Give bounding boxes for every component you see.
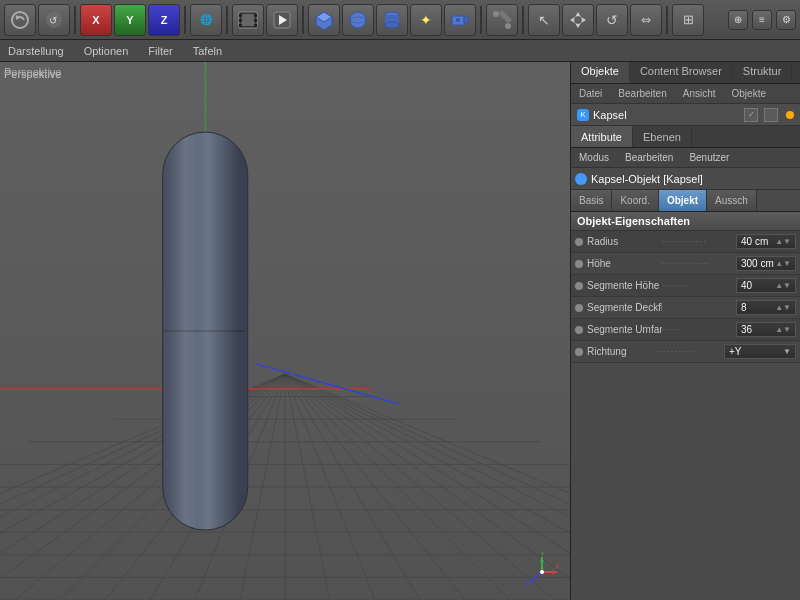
tab-objekt[interactable]: Objekt [659,190,707,211]
prop-dot-4 [575,326,583,334]
prop-label-1: Höhe [587,258,662,269]
level-icon[interactable]: ≡ [752,10,772,30]
kapsel-color-dot [786,111,794,119]
prop-label-0: Radius [587,236,662,247]
kapsel-render-check[interactable] [764,108,778,122]
prop-value-0[interactable]: 40 cm▲▼ [736,234,796,249]
submenu-benutzer[interactable]: Benutzer [685,151,733,164]
svg-point-16 [350,12,366,28]
svg-point-20 [385,22,399,28]
kapsel-row: K Kapsel ✓ [571,104,800,126]
submenu-modus[interactable]: Modus [575,151,613,164]
prop-value-5[interactable]: +Y▼ [724,344,796,359]
prop-row-5: Richtung···········+Y▼ [571,341,800,363]
light-btn[interactable]: ✦ [410,4,442,36]
prop-row-1: Höhe·············300 cm▲▼ [571,253,800,275]
kapsel-visibility-check[interactable]: ✓ [744,108,758,122]
prop-dots-1: ············· [662,258,737,269]
panel-menu-objekte[interactable]: Objekte [728,87,770,100]
properties-list: Radius············40 cm▲▼Höhe···········… [571,231,800,363]
select-tool-btn[interactable]: ↖ [528,4,560,36]
z-axis-btn[interactable]: Z [148,4,180,36]
svg-point-35 [540,570,544,574]
panel-menu-datei[interactable]: Datei [575,87,606,100]
submenu-bearbeiten[interactable]: Bearbeiten [621,151,677,164]
separator-6 [522,6,524,34]
toolbar: ↺ X Y Z 🌐 [0,0,800,40]
prop-value-4[interactable]: 36▲▼ [736,322,796,337]
svg-text:↺: ↺ [49,15,57,26]
move-tool-btn[interactable] [562,4,594,36]
layout-btn[interactable]: ⊞ [672,4,704,36]
bone-btn[interactable] [486,4,518,36]
tab-koord[interactable]: Koord. [612,190,658,211]
tab-ebenen[interactable]: Ebenen [633,126,692,147]
prop-label-2: Segmente Höhe [587,280,662,291]
sphere-btn[interactable] [342,4,374,36]
menu-bar: Darstellung Optionen Filter Tafeln [0,40,800,62]
object-name: Kapsel-Objekt [Kapsel] [591,173,703,185]
prop-value-3[interactable]: 8▲▼ [736,300,796,315]
snap-icon[interactable]: ⊕ [728,10,748,30]
separator-2 [184,6,186,34]
world-coords-btn[interactable]: 🌐 [190,4,222,36]
tab-basis[interactable]: Basis [571,190,612,211]
render-btn[interactable] [266,4,298,36]
cube-btn[interactable] [308,4,340,36]
svg-point-23 [456,18,460,22]
svg-marker-22 [464,16,468,24]
svg-text:X: X [555,563,560,570]
prop-value-2[interactable]: 40▲▼ [736,278,796,293]
prop-dots-0: ············ [662,236,737,247]
prop-dot-2 [575,282,583,290]
rotate-tool-btn[interactable]: ↺ [596,4,628,36]
menu-tafeln[interactable]: Tafeln [189,43,226,59]
prop-row-3: Segmente Deckflächen·8▲▼ [571,297,800,319]
settings-icon[interactable]: ⚙ [776,10,796,30]
kapsel-type-icon: K [577,109,589,121]
tab-objekte[interactable]: Objekte [571,62,630,83]
prop-dot-0 [575,238,583,246]
submenu-bar: Modus Bearbeiten Benutzer [571,148,800,168]
viewport-canvas [0,62,570,600]
menu-darstellung[interactable]: Darstellung [4,43,68,59]
menu-optionen[interactable]: Optionen [80,43,133,59]
svg-rect-8 [239,24,242,27]
axis-indicator: X Y Z [522,552,562,592]
svg-marker-28 [570,17,586,23]
x-axis-btn[interactable]: X [80,4,112,36]
kapsel-label[interactable]: Kapsel [593,109,740,121]
viewport[interactable]: Perspektive X Y Z [0,62,570,600]
y-axis-btn[interactable]: Y [114,4,146,36]
main-area: Perspektive X Y Z Objekte Content Browse… [0,62,800,600]
tab-attribute[interactable]: Attribute [571,126,633,147]
cylinder-btn[interactable] [376,4,408,36]
tab-content-browser[interactable]: Content Browser [630,62,733,83]
redo-icon[interactable]: ↺ [38,4,70,36]
prop-dots-5: ··········· [656,346,725,357]
separator-3 [226,6,228,34]
scale-tool-btn[interactable]: ⇔ [630,4,662,36]
svg-rect-10 [254,19,257,22]
right-panel: Objekte Content Browser Struktur Datei B… [570,62,800,600]
svg-line-33 [530,572,542,582]
panel-menu-ansicht[interactable]: Ansicht [679,87,720,100]
prop-dots-3: · [662,302,737,313]
panel-menu-bar: Datei Bearbeiten Ansicht Objekte [571,84,800,104]
tab-struktur[interactable]: Struktur [733,62,793,83]
prop-row-0: Radius············40 cm▲▼ [571,231,800,253]
panel-menu-bearbeiten[interactable]: Bearbeiten [614,87,670,100]
attr-tabs: Attribute Ebenen [571,126,800,148]
camera-btn[interactable] [444,4,476,36]
render-settings-btn[interactable] [232,4,264,36]
svg-point-25 [505,23,511,29]
svg-marker-27 [575,12,581,28]
prop-value-1[interactable]: 300 cm▲▼ [736,256,796,271]
obj-prop-tabs: Basis Koord. Objekt Aussch [571,190,800,212]
tab-aussch[interactable]: Aussch [707,190,757,211]
undo-icon[interactable] [4,4,36,36]
object-name-row: Kapsel-Objekt [Kapsel] [571,168,800,190]
menu-filter[interactable]: Filter [144,43,176,59]
svg-point-0 [12,12,28,28]
separator-1 [74,6,76,34]
